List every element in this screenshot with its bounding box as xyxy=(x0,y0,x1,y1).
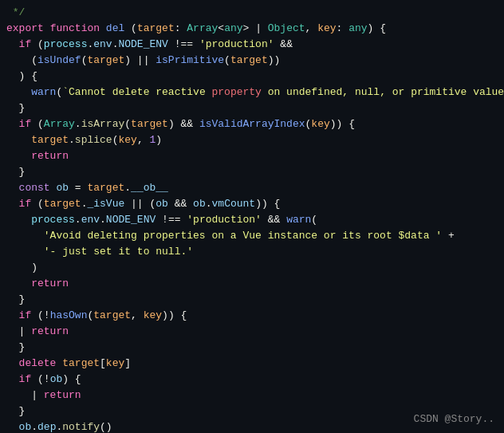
token xyxy=(44,22,50,34)
token: Object xyxy=(268,22,305,34)
token: ) { xyxy=(368,22,386,34)
token: . xyxy=(31,421,37,433)
token: ) { xyxy=(6,70,37,82)
token: )) { xyxy=(255,198,280,210)
code-line-2: export function del ( target : Array < a… xyxy=(0,22,504,38)
token: hasOwn xyxy=(50,309,88,321)
code-line-11: } xyxy=(0,166,504,182)
code-line-5: ) { xyxy=(0,70,504,86)
token: target xyxy=(87,54,124,66)
token: } xyxy=(6,293,25,305)
token: ) xyxy=(156,134,162,146)
token: warn xyxy=(31,86,56,98)
token: */ xyxy=(6,6,25,18)
code-line-9: target . splice ( key , 1 ) xyxy=(0,134,504,150)
token: . xyxy=(69,134,75,146)
token xyxy=(6,198,19,210)
token: isUndef xyxy=(37,54,81,66)
token: ob xyxy=(19,421,32,433)
code-line-14: process . env . NODE_ENV !== 'production… xyxy=(0,214,504,230)
token xyxy=(6,278,31,289)
token: return xyxy=(31,150,69,162)
token xyxy=(6,230,44,242)
token: NODE_ENV xyxy=(118,38,167,50)
token: target xyxy=(44,198,81,210)
token: ( xyxy=(87,309,93,321)
token: + xyxy=(442,230,455,242)
token: ) { xyxy=(62,373,81,385)
token: ( xyxy=(224,54,230,66)
token: ob xyxy=(193,198,206,210)
code-line-13: if ( target . _isVue || ( ob && ob . vmC… xyxy=(0,198,504,214)
token: !== xyxy=(156,214,187,226)
token xyxy=(50,182,57,194)
code-line-15: 'Avoid deleting properties on a Vue inst… xyxy=(0,230,504,246)
token: Array xyxy=(187,22,218,34)
code-editor: */ export function del ( target : Array … xyxy=(0,0,504,433)
token: 'production' xyxy=(187,214,262,226)
token: (! xyxy=(31,309,49,321)
token: target xyxy=(131,118,168,130)
token: : xyxy=(337,22,349,34)
token: )) { xyxy=(330,118,355,130)
token: return xyxy=(31,325,69,337)
token: ( xyxy=(6,54,37,66)
token: function xyxy=(50,22,100,34)
code-line-17: ) xyxy=(0,262,504,278)
token: target xyxy=(31,134,69,146)
token: export xyxy=(6,22,44,34)
code-line-7: } xyxy=(0,102,504,118)
token: isValidArrayIndex xyxy=(199,118,305,130)
token: && xyxy=(168,198,193,210)
code-line-22: } xyxy=(0,341,504,357)
code-line-8: if ( Array . isArray ( target ) && isVal… xyxy=(0,118,504,134)
token: (! xyxy=(31,373,49,385)
token: if xyxy=(19,38,32,50)
token: if xyxy=(19,198,32,210)
token xyxy=(100,22,106,34)
token: key xyxy=(311,118,329,130)
token: } xyxy=(6,102,25,114)
token: = xyxy=(69,182,87,194)
token: key xyxy=(106,357,124,369)
token xyxy=(6,150,31,162)
token xyxy=(6,134,31,146)
token: target xyxy=(87,182,124,194)
token: ( xyxy=(311,214,317,226)
token: on undefined, null, or primitive value xyxy=(262,86,504,98)
token: . xyxy=(56,421,62,433)
token: del xyxy=(106,22,124,34)
token: isArray xyxy=(81,118,125,130)
token: | xyxy=(6,325,31,337)
token: target xyxy=(93,309,131,321)
token: , xyxy=(137,134,150,146)
token xyxy=(6,182,19,194)
token: __ob__ xyxy=(131,182,168,194)
token: || ( xyxy=(124,198,156,210)
token: target xyxy=(137,22,175,34)
code-line-24: if (! ob ) { xyxy=(0,373,504,389)
token xyxy=(6,246,44,258)
token: vmCount xyxy=(212,198,256,210)
token: ( xyxy=(81,54,88,66)
token: | xyxy=(6,389,44,401)
token: env xyxy=(81,214,100,226)
code-line-12: const ob = target . __ob__ xyxy=(0,182,504,198)
token xyxy=(56,357,62,369)
token: NODE_ENV xyxy=(106,214,156,226)
token: . xyxy=(124,182,131,194)
token xyxy=(6,118,19,130)
code-line-21: | return xyxy=(0,325,504,341)
token: && xyxy=(274,38,293,50)
token: return xyxy=(44,389,81,401)
token: Array xyxy=(44,118,75,130)
token: env xyxy=(93,38,112,50)
token: , xyxy=(305,22,318,34)
watermark: CSDN @Story.. xyxy=(414,413,494,425)
token: } xyxy=(6,405,25,417)
token: key xyxy=(317,22,336,34)
token: any xyxy=(348,22,367,34)
token xyxy=(6,357,19,369)
token: target xyxy=(230,54,268,66)
token: , xyxy=(131,309,144,321)
